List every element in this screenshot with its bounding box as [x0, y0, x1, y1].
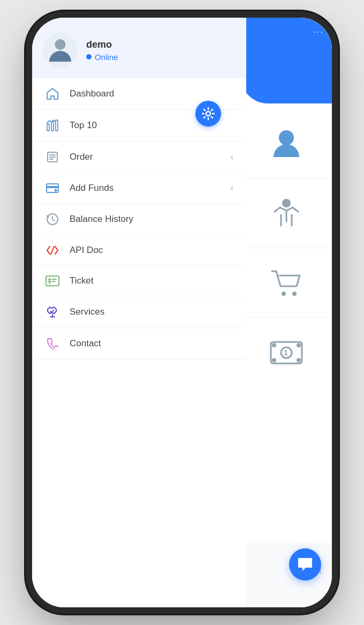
svg-point-9	[272, 358, 276, 362]
order-icon	[45, 151, 60, 163]
addfunds-icon	[45, 183, 60, 193]
right-icons-list: 1	[241, 103, 332, 607]
user-info: demo Online	[86, 39, 118, 62]
order-chevron-icon: ‹	[231, 152, 233, 162]
user-status: Online	[86, 53, 118, 62]
user-profile: demo Online	[32, 18, 246, 78]
nav-label-services: Services	[70, 307, 233, 317]
username: demo	[86, 39, 118, 50]
addfunds-chevron-icon: ‹	[231, 183, 233, 193]
svg-point-19	[55, 189, 57, 192]
three-dots-icon[interactable]: ⋮	[313, 27, 324, 103]
avatar	[43, 33, 78, 68]
phone-body: ⋮	[32, 18, 332, 607]
nav-item-order[interactable]: Order ‹	[32, 142, 246, 173]
svg-point-2	[282, 292, 286, 296]
right-icon-money[interactable]: 1	[241, 318, 332, 388]
nav-label-contact: Contact	[70, 338, 233, 349]
gear-icon	[201, 107, 215, 121]
nav-label-ticket: Ticket	[70, 276, 233, 286]
status-text: Online	[95, 53, 118, 62]
svg-point-12	[55, 39, 66, 50]
svg-point-0	[279, 130, 294, 145]
nav-label-dashboard: Dashboard	[70, 88, 233, 99]
svg-point-3	[292, 292, 297, 296]
services-icon	[45, 306, 60, 318]
chat-button[interactable]	[289, 548, 321, 581]
nav-item-apidoc[interactable]: API Doc	[32, 235, 246, 266]
svg-point-7	[272, 343, 276, 347]
api-icon	[45, 245, 60, 255]
nav-item-services[interactable]: Services	[32, 296, 246, 328]
nav-item-balancehistory[interactable]: Balance History	[32, 204, 246, 235]
history-icon	[45, 213, 60, 225]
svg-rect-18	[47, 186, 58, 188]
right-panel: ⋮	[241, 18, 332, 607]
sidebar: demo Online	[32, 18, 246, 607]
chat-icon	[297, 557, 313, 572]
avatar-icon	[48, 37, 72, 64]
svg-point-1	[282, 199, 291, 207]
person-arms-icon	[274, 198, 299, 229]
nav-item-ticket[interactable]: Ticket	[32, 266, 246, 296]
settings-gear-button[interactable]	[195, 101, 221, 127]
right-icon-cart[interactable]	[241, 248, 332, 318]
contact-icon	[45, 338, 60, 349]
nav-item-addfunds[interactable]: Add Funds ‹	[32, 173, 246, 204]
svg-rect-20	[46, 276, 59, 286]
svg-rect-14	[51, 122, 54, 131]
money-icon: 1	[270, 341, 303, 364]
svg-text:1: 1	[284, 348, 288, 357]
right-panel-header: ⋮	[241, 18, 332, 103]
right-icon-user[interactable]	[241, 109, 332, 178]
nav-label-apidoc: API Doc	[70, 245, 233, 256]
nav-menu: Dashboard Top 10	[32, 78, 246, 607]
cart-icon	[271, 269, 302, 297]
user-icon	[272, 128, 300, 159]
svg-point-8	[297, 343, 301, 347]
ticket-icon	[45, 276, 60, 286]
nav-label-addfunds: Add Funds	[70, 183, 221, 194]
svg-point-10	[297, 358, 301, 362]
phone-frame: ⋮	[0, 0, 364, 625]
right-icon-person[interactable]	[241, 178, 332, 248]
top10-icon	[45, 120, 60, 131]
home-icon	[45, 88, 60, 100]
screen: ⋮	[32, 18, 332, 607]
svg-rect-13	[47, 124, 49, 131]
nav-label-balancehistory: Balance History	[70, 214, 233, 225]
nav-label-order: Order	[70, 152, 221, 162]
nav-item-contact[interactable]: Contact	[32, 328, 246, 360]
status-dot	[86, 54, 92, 59]
svg-point-11	[206, 111, 210, 116]
